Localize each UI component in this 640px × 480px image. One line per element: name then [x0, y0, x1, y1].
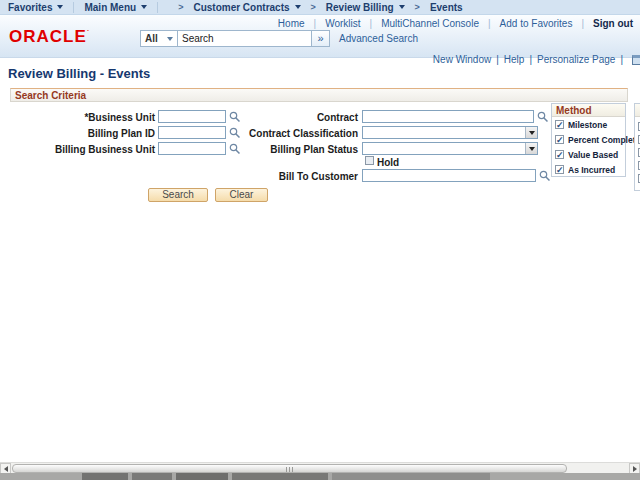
taskbar-segment [132, 473, 172, 480]
search-button[interactable]: Search [148, 188, 208, 202]
breadcrumb-customer-contracts[interactable]: Customer Contracts [193, 2, 300, 13]
advanced-search-link[interactable]: Advanced Search [339, 33, 418, 44]
breadcrumb-events[interactable]: Events [430, 2, 463, 13]
billing-plan-id-label: Billing Plan ID [0, 128, 155, 139]
contract-classification-select[interactable] [362, 126, 538, 139]
as-incurred-label: As Incurred [568, 165, 615, 175]
search-go-button[interactable]: » [312, 30, 330, 47]
add-to-favorites-link[interactable]: Add to Favorites [500, 18, 573, 29]
breadcrumb-separator-icon: > [178, 2, 183, 12]
arrow-left-icon [4, 466, 8, 472]
global-search: All » Advanced Search [140, 30, 418, 47]
method-option: Value Based [555, 149, 625, 162]
as-incurred-checkbox[interactable] [555, 165, 564, 174]
worklist-link[interactable]: Worklist [325, 18, 360, 29]
dropdown-button[interactable] [525, 143, 537, 154]
breadcrumb-label: Main Menu [84, 2, 136, 13]
breadcrumb-separator-icon: > [311, 2, 316, 12]
divider: | [620, 54, 623, 65]
scrollbar-thumb[interactable] [12, 464, 567, 473]
chevron-down-icon [141, 5, 147, 9]
breadcrumb-review-billing[interactable]: Review Billing [326, 2, 405, 13]
clear-button[interactable]: Clear [215, 188, 268, 202]
breadcrumb-main-menu[interactable]: Main Menu [84, 2, 147, 13]
contract-lookup-icon[interactable] [537, 111, 549, 123]
divider: | [314, 18, 317, 29]
divider: | [488, 18, 491, 29]
oracle-logo: ORACLE´ [9, 27, 90, 47]
milestone-label: Milestone [568, 120, 607, 130]
chevron-down-icon [529, 147, 535, 151]
billing-business-unit-label: Billing Business Unit [0, 144, 155, 155]
contract-classification-label: Contract Classification [180, 128, 358, 139]
percent-complete-checkbox[interactable] [555, 135, 564, 144]
business-unit-label: *Business Unit [0, 112, 155, 123]
search-criteria-header: Search Criteria [10, 88, 628, 102]
breadcrumb-label: Customer Contracts [193, 2, 289, 13]
bill-to-customer-label: Bill To Customer [180, 171, 358, 182]
taskbar-segment [232, 473, 328, 480]
milestone-checkbox[interactable] [555, 120, 564, 129]
home-link[interactable]: Home [278, 18, 305, 29]
hold-checkbox[interactable] [365, 156, 374, 165]
value-based-label: Value Based [568, 150, 618, 160]
hold-label: Hold [377, 157, 417, 168]
window-icon[interactable] [632, 55, 640, 65]
chevron-down-icon [399, 5, 405, 9]
method-group-box: Method Milestone Percent Complete Value … [551, 103, 626, 177]
method-option: Milestone [555, 119, 625, 132]
breadcrumb-label: Events [430, 2, 463, 13]
search-scope-value: All [145, 33, 158, 44]
breadcrumb-label: Review Billing [326, 2, 394, 13]
divider: | [581, 18, 584, 29]
page-utility-links: New Window | Help | Personalize Page | [433, 54, 640, 65]
multichannel-console-link[interactable]: MultiChannel Console [381, 18, 479, 29]
dropdown-button[interactable] [525, 127, 537, 138]
taskbar-segment [176, 473, 228, 480]
chevron-down-icon [295, 5, 301, 9]
breadcrumb-label: Favorites [8, 2, 52, 13]
bill-to-customer-lookup-icon[interactable] [539, 170, 551, 182]
sign-out-link[interactable]: Sign out [593, 18, 633, 29]
review-billing-events-page: Favorites Main Menu > Customer Contracts… [0, 0, 640, 480]
search-scope-dropdown[interactable]: All [140, 30, 178, 47]
contract-label: Contract [180, 112, 358, 123]
horizontal-scrollbar[interactable] [0, 462, 640, 473]
taskbar-segment [82, 473, 128, 480]
value-based-checkbox[interactable] [555, 150, 564, 159]
method-option: As Incurred [555, 164, 625, 177]
taskbar-strip [0, 473, 640, 480]
divider: | [529, 54, 532, 65]
search-input[interactable] [178, 30, 312, 47]
personalize-page-link[interactable]: Personalize Page [537, 54, 615, 65]
method-group-title: Method [552, 104, 625, 117]
breadcrumb-separator-icon: > [415, 2, 420, 12]
chevron-down-icon [529, 131, 535, 135]
arrow-right-icon [633, 466, 637, 472]
breadcrumb: Favorites Main Menu > Customer Contracts… [0, 0, 640, 15]
new-window-link[interactable]: New Window [433, 54, 491, 65]
taskbar-segment [332, 473, 490, 480]
bill-to-customer-input[interactable] [362, 169, 536, 182]
chevron-down-icon [57, 5, 63, 9]
app-header: ORACLE´ Home | Worklist | MultiChannel C… [0, 15, 640, 58]
method-option: Percent Complete [555, 134, 625, 147]
page-title: Review Billing - Events [8, 66, 150, 81]
contract-input[interactable] [362, 110, 534, 123]
top-nav-links: Home | Worklist | MultiChannel Console |… [278, 18, 633, 29]
breadcrumb-favorites[interactable]: Favorites [8, 2, 63, 13]
divider [157, 2, 158, 13]
billing-plan-status-select[interactable] [362, 142, 538, 155]
partial-group-box [634, 103, 640, 191]
billing-plan-status-label: Billing Plan Status [180, 144, 358, 155]
divider: | [496, 54, 499, 65]
divider: | [370, 18, 373, 29]
percent-complete-label: Percent Complete [568, 135, 640, 145]
scrollbar-grip-icon [286, 467, 294, 472]
divider [73, 2, 74, 13]
chevron-down-icon [167, 37, 173, 41]
partial-group-title [635, 104, 640, 117]
help-link[interactable]: Help [504, 54, 525, 65]
